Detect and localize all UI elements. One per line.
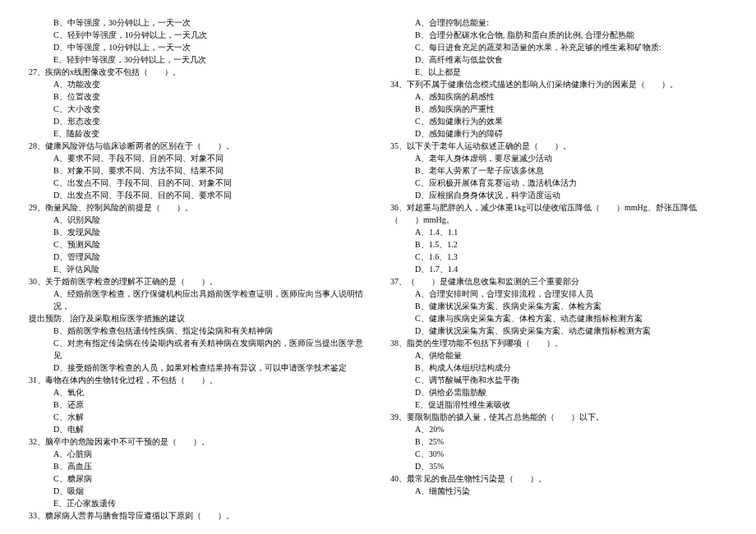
option-29c: C、预测风险 bbox=[29, 238, 366, 251]
question-32: 32、脑卒中的危险因素中不可干预的是（ ）。 bbox=[29, 435, 366, 448]
option-35c: C、应积极开展体育竞赛运动，激活机体活力 bbox=[390, 177, 727, 189]
option-29e: E、评估风险 bbox=[29, 263, 366, 275]
question-39: 39、要限制脂肪的摄入量，使其占总热能的（ ）以下。 bbox=[390, 411, 727, 423]
option-29a: A、识别风险 bbox=[29, 214, 366, 226]
question-37: 37、（ ）是健康信息收集和监测的三个重要部分 bbox=[390, 275, 727, 288]
option-37d: D、健康状况采集方案、疾病史采集方案、动态健康指标检测方案 bbox=[390, 325, 727, 337]
option-32b: B、高血压 bbox=[29, 460, 366, 472]
option-32d: D、吸烟 bbox=[29, 485, 366, 497]
option-27d: D、形态改变 bbox=[29, 115, 366, 127]
option-35b: B、老年人劳累了一辈子应该多休息 bbox=[390, 164, 727, 177]
option-31a: A、氧化 bbox=[29, 386, 366, 398]
option-38b: B、构成人体组织结构成分 bbox=[390, 361, 727, 374]
option-30d: D、接受婚前医学检查的人员，如果对检查结果持有异议，可以申请医学技术鉴定 bbox=[29, 361, 366, 374]
option-27e: E、随龄改变 bbox=[29, 127, 366, 140]
option-38a: A、供给能量 bbox=[390, 349, 727, 361]
option-27a: A、功能改变 bbox=[29, 78, 366, 90]
page-container: B、中等强度，30分钟以上，一天一次 C、轻到中等强度，10分钟以上，一天几次 … bbox=[29, 16, 727, 522]
option-34d: D、感知健康行为的障碍 bbox=[390, 127, 727, 140]
option-36c: C、1.6、1.3 bbox=[390, 251, 727, 263]
option-33d: D、高纤维素与低盐饮食 bbox=[390, 53, 727, 66]
option-28a: A、要求不同、手段不同、目的不同、对象不同 bbox=[29, 152, 366, 164]
question-35: 35、以下关于老年人运动叙述正确的是（ ）。 bbox=[390, 140, 727, 152]
option-31b: B、还原 bbox=[29, 398, 366, 411]
option-36b: B、1.5、1.2 bbox=[390, 238, 727, 251]
option-34a: A、感知疾病的易感性 bbox=[390, 90, 727, 103]
question-38: 38、脂类的生理功能不包括下列哪项（ ）。 bbox=[390, 337, 727, 349]
option-26d: D、中等强度，10分钟以上，一天一次 bbox=[29, 41, 366, 53]
option-26c: C、轻到中等强度，10分钟以上，一天几次 bbox=[29, 29, 366, 41]
question-33: 33、糖尿病人营养与膳食指导应遵循以下原则（ ）。 bbox=[29, 509, 366, 522]
option-33a: A、合理控制总能量: bbox=[390, 16, 727, 29]
option-35d: D、应根据自身身体状况，科学适度运动 bbox=[390, 189, 727, 201]
question-29: 29、衡量风险、控制风险的前提是（ ）。 bbox=[29, 201, 366, 214]
question-34: 34、下列不属于健康信念模式描述的影响人们采纳健康行为的因素是（ ）。 bbox=[390, 78, 727, 90]
option-26b: B、中等强度，30分钟以上，一天一次 bbox=[29, 16, 366, 29]
option-40a: A、细菌性污染 bbox=[390, 485, 727, 497]
option-37b: B、健康状况采集方案、疾病史采集方案、体检方案 bbox=[390, 300, 727, 312]
option-34b: B、感知疾病的严重性 bbox=[390, 103, 727, 115]
option-32e: E、正心家族遗传 bbox=[29, 497, 366, 509]
option-27b: B、位置改变 bbox=[29, 90, 366, 103]
option-39a: A、20% bbox=[390, 423, 727, 435]
question-28: 28、健康风险评估与临床诊断两者的区别在于（ ）。 bbox=[29, 140, 366, 152]
option-36d: D、1.7、1.4 bbox=[390, 263, 727, 275]
option-27c: C、大小改变 bbox=[29, 103, 366, 115]
option-29d: D、管理风险 bbox=[29, 251, 366, 263]
option-39d: D、35% bbox=[390, 460, 727, 472]
option-39b: B、25% bbox=[390, 435, 727, 448]
option-30a: A、经婚前医学检查，医疗保健机构应出具婚前医学检查证明，医师应向当事人说明情况， bbox=[29, 288, 366, 312]
option-28d: D、出发点不同、手段不同、目的不同、要求不同 bbox=[29, 189, 366, 201]
option-32c: C、糖尿病 bbox=[29, 472, 366, 485]
option-33e: E、以上都是 bbox=[390, 66, 727, 78]
option-34c: C、感知健康行为的效果 bbox=[390, 115, 727, 127]
option-33b: B、合理分配碳水化合物, 脂肪和蛋白质的比例, 合理分配热能 bbox=[390, 29, 727, 41]
left-column: B、中等强度，30分钟以上，一天一次 C、轻到中等强度，10分钟以上，一天几次 … bbox=[29, 16, 366, 522]
option-38c: C、调节酸碱平衡和水盐平衡 bbox=[390, 374, 727, 386]
question-31: 31、毒物在体内的生物转化过程，不包括（ ）。 bbox=[29, 374, 366, 386]
question-27: 27、疾病的x线图像改变不包括（ ）。 bbox=[29, 66, 366, 78]
question-36: 36、对超重与肥胖的人，减少体重1kg可以使收缩压降低（ ）mmHg、舒张压降低… bbox=[390, 201, 727, 226]
question-30: 30、关于婚前医学检查的理解不正确的是（ ）。 bbox=[29, 275, 366, 288]
question-40: 40、最常见的食品生物性污染是（ ）。 bbox=[390, 472, 727, 485]
option-30a-continue: 提出预防、治疗及采取相应医学措施的建议 bbox=[29, 312, 366, 325]
option-28c: C、出发点不同、手段不同、目的不同、对象不同 bbox=[29, 177, 366, 189]
option-37a: A、合理安排时间，合理安排流程，合理安排人员 bbox=[390, 288, 727, 300]
option-31d: D、电解 bbox=[29, 423, 366, 435]
option-33c: C、每日进食充足的蔬菜和适量的水果，补充足够的维生素和矿物质: bbox=[390, 41, 727, 53]
option-28b: B、对象不同、要求不同、方法不同、结果不同 bbox=[29, 164, 366, 177]
option-30c: C、对患有指定传染病在传染期内或者有关精神病在发病期内的，医师应当提出医学意见 bbox=[29, 337, 366, 361]
option-32a: A、心脏病 bbox=[29, 448, 366, 460]
option-35a: A、老年人身体虚弱，要尽量减少活动 bbox=[390, 152, 727, 164]
option-38d: D、供给必需脂肪酸 bbox=[390, 386, 727, 398]
option-38e: E、促进脂溶性维生素吸收 bbox=[390, 398, 727, 411]
option-36a: A、1.4、1.1 bbox=[390, 226, 727, 238]
option-26e: E、轻到中等强度，30分钟以上，一天几次 bbox=[29, 53, 366, 66]
option-37c: C、健康与疾病史采集方案、体检方案、动态健康指标检测方案 bbox=[390, 312, 727, 325]
right-column: A、合理控制总能量: B、合理分配碳水化合物, 脂肪和蛋白质的比例, 合理分配热… bbox=[390, 16, 727, 522]
option-31c: C、水解 bbox=[29, 411, 366, 423]
option-30b: B、婚前医学检查包括遗传性疾病、指定传染病和有关精神病 bbox=[29, 325, 366, 337]
option-29b: B、发现风险 bbox=[29, 226, 366, 238]
option-39c: C、30% bbox=[390, 448, 727, 460]
